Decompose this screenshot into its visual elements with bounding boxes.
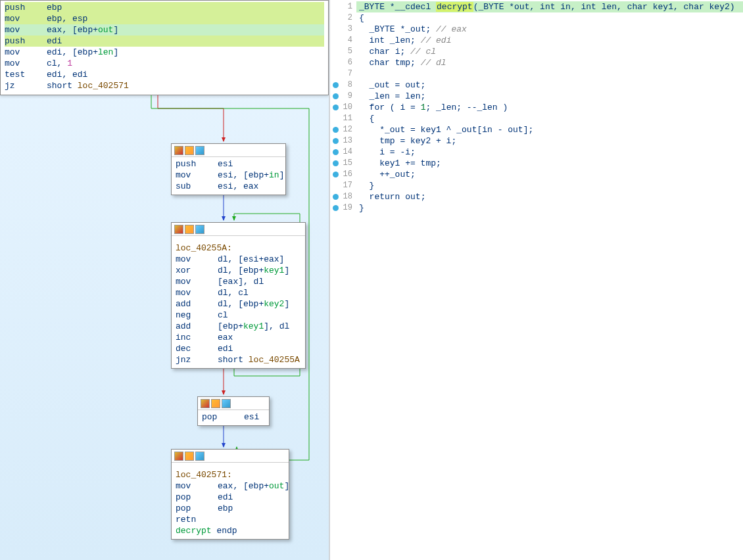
asm-instruction[interactable]: movdl, [esi+eax] (176, 254, 301, 265)
asm-instruction[interactable]: popebp (176, 503, 285, 514)
asm-instruction[interactable]: jnzshort loc_40255A (176, 354, 301, 365)
line-number: 13 (330, 135, 356, 147)
breakpoint-dot[interactable] (333, 93, 339, 99)
code-line[interactable]: _BYTE *__cdecl decrypt(_BYTE *out, int i… (356, 1, 743, 12)
breakpoint-dot[interactable] (333, 105, 339, 110)
line-number: 6 (330, 57, 356, 68)
code-line[interactable] (356, 68, 743, 80)
asm-instruction[interactable]: subesi, eax (176, 181, 281, 192)
code-line[interactable]: int _len; // edi (356, 35, 743, 46)
code-line[interactable]: tmp = key2 + i; (356, 135, 743, 147)
block-icon (185, 146, 194, 155)
asm-instruction[interactable]: moveax, [ebp+out] (176, 480, 285, 492)
line-number: 17 (330, 180, 356, 191)
block-icon (174, 452, 183, 461)
code-line[interactable]: char tmp; // dl (356, 57, 743, 68)
asm-instruction[interactable]: movdl, cl (176, 287, 301, 298)
code-line[interactable]: *_out = key1 ^ _out[in - out]; (356, 124, 743, 135)
breakpoint-dot[interactable] (333, 138, 339, 144)
code-line[interactable]: } (356, 202, 743, 214)
code-line[interactable]: return out; (356, 191, 743, 202)
asm-instruction[interactable]: decedi (176, 343, 301, 354)
asm-instruction[interactable]: mov[eax], dl (176, 276, 301, 287)
asm-instruction[interactable]: jzshort loc_402571 (5, 80, 324, 91)
asm-label: loc_40255A: (176, 243, 232, 253)
disassembly-graph-pane[interactable]: pushebpmovebp, espmoveax, [ebp+out]pushe… (0, 0, 329, 560)
breakpoint-dot[interactable] (333, 194, 339, 200)
line-number: 10 (330, 102, 356, 113)
code-line[interactable]: for ( i = 1; _len; --_len ) (356, 102, 743, 113)
decompiler-pane[interactable]: 12345678910111213141516171819 _BYTE *__c… (329, 0, 743, 560)
asm-instruction[interactable]: adddl, [ebp+key2] (176, 298, 301, 310)
code-line[interactable]: char i; // cl (356, 46, 743, 57)
asm-instruction[interactable]: inceax (176, 332, 301, 343)
line-number: 16 (330, 169, 356, 180)
line-number: 9 (330, 91, 356, 102)
code-line[interactable]: } (356, 180, 743, 191)
line-number: 14 (330, 147, 356, 158)
breakpoint-dot[interactable] (333, 205, 339, 211)
breakpoint-dot[interactable] (333, 160, 339, 166)
line-number: 19 (330, 202, 356, 214)
block-icon (211, 399, 220, 408)
line-number: 7 (330, 68, 356, 80)
graph-block-loop[interactable]: loc_40255A: movdl, [esi+eax]xordl, [ebp+… (171, 222, 306, 369)
line-number-gutter: 12345678910111213141516171819 (330, 0, 356, 560)
graph-block-entry[interactable]: pushebpmovebp, espmoveax, [ebp+out]pushe… (0, 0, 329, 95)
block-icon (174, 225, 183, 234)
block-icon (195, 225, 204, 234)
code-line[interactable]: i = -i; (356, 147, 743, 158)
line-number: 18 (330, 191, 356, 202)
asm-label: loc_402571: (176, 470, 232, 480)
line-number: 11 (330, 113, 356, 124)
line-number: 4 (330, 35, 356, 46)
asm-instruction[interactable]: popesi (202, 411, 265, 423)
code-line[interactable]: _len = len; (356, 91, 743, 102)
asm-instruction[interactable]: movesi, [ebp+in] (176, 170, 281, 181)
asm-instruction[interactable]: testedi, edi (5, 69, 324, 80)
breakpoint-dot[interactable] (333, 127, 339, 133)
code-line[interactable]: key1 += tmp; (356, 158, 743, 169)
line-number: 2 (330, 12, 356, 24)
graph-block-pop[interactable]: popesi (197, 396, 270, 426)
asm-instruction[interactable]: xordl, [ebp+key1] (176, 265, 301, 276)
code-line[interactable]: { (356, 12, 743, 24)
decompiled-code[interactable]: _BYTE *__cdecl decrypt(_BYTE *out, int i… (356, 0, 743, 560)
code-line[interactable]: { (356, 113, 743, 124)
code-line[interactable]: _BYTE *_out; // eax (356, 24, 743, 35)
asm-instruction[interactable]: movedi, [ebp+len] (5, 47, 324, 58)
code-line[interactable]: ++_out; (356, 169, 743, 180)
asm-instruction[interactable]: add[ebp+key1], dl (176, 321, 301, 332)
asm-instruction[interactable]: pushesi (176, 158, 281, 170)
breakpoint-dot[interactable] (333, 172, 339, 177)
graph-block-setup[interactable]: pushesimovesi, [ebp+in]subesi, eax (171, 143, 286, 195)
breakpoint-dot[interactable] (333, 82, 339, 88)
line-number: 12 (330, 124, 356, 135)
block-icon (174, 146, 183, 155)
line-number: 15 (330, 158, 356, 169)
asm-instruction[interactable]: movcl, 1 (5, 58, 324, 69)
block-icon (195, 146, 204, 155)
asm-instruction[interactable]: pushedi (5, 35, 324, 47)
asm-instruction[interactable]: negcl (176, 310, 301, 321)
asm-instruction[interactable]: moveax, [ebp+out] (5, 24, 324, 35)
line-number: 5 (330, 46, 356, 57)
block-icon (222, 399, 231, 408)
block-icon (195, 452, 204, 461)
asm-instruction[interactable]: movebp, esp (5, 13, 324, 24)
block-icon (201, 399, 210, 408)
asm-instruction[interactable]: retn (176, 514, 285, 525)
line-number: 1 (330, 1, 356, 12)
breakpoint-dot[interactable] (333, 149, 339, 155)
line-number: 3 (330, 24, 356, 35)
asm-instruction[interactable]: pushebp (5, 2, 324, 13)
line-number: 8 (330, 80, 356, 91)
block-icon (185, 452, 194, 461)
asm-instruction[interactable]: popedi (176, 492, 285, 503)
graph-block-exit[interactable]: loc_402571: moveax, [ebp+out]popedipopeb… (171, 449, 289, 540)
code-line[interactable]: _out = out; (356, 80, 743, 91)
asm-instruction[interactable]: decrypt endp (176, 525, 285, 536)
block-icon (185, 225, 194, 234)
